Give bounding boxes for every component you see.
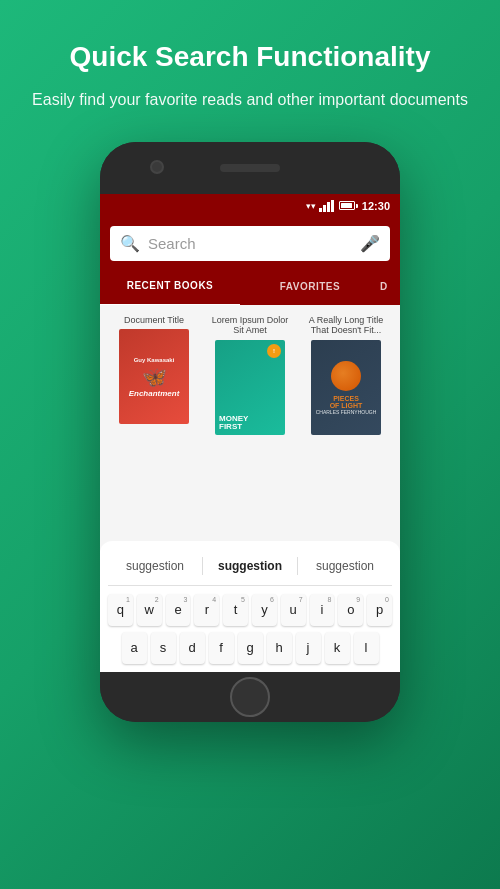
suggestion-3[interactable]: suggestion xyxy=(298,559,392,573)
key-g[interactable]: g xyxy=(238,632,263,664)
key-r[interactable]: 4r xyxy=(194,594,219,626)
battery-fill xyxy=(341,203,352,208)
money-title: MONEYFIRST xyxy=(219,415,248,431)
key-t[interactable]: 5t xyxy=(223,594,248,626)
signal-bar-4 xyxy=(331,200,334,212)
suggestions-row: suggestion suggestion suggestion xyxy=(108,553,392,586)
key-f[interactable]: f xyxy=(209,632,234,664)
tab-favorites[interactable]: FAVORITES xyxy=(240,269,380,305)
key-s[interactable]: s xyxy=(151,632,176,664)
status-icons: ▾▾ 12:30 xyxy=(306,200,390,212)
search-bar-container: 🔍 Search 🎤 xyxy=(100,218,400,269)
battery-icon xyxy=(339,201,355,210)
signal-bar-3 xyxy=(327,202,330,212)
book-author-1: Guy Kawasaki xyxy=(132,355,177,365)
search-input[interactable]: Search xyxy=(148,235,352,252)
key-h[interactable]: h xyxy=(267,632,292,664)
home-button[interactable] xyxy=(230,677,270,717)
book-title-1: Document Title xyxy=(124,315,184,326)
pieces-orb xyxy=(331,361,361,391)
book-cover-1: Guy Kawasaki 🦋 Enchantment xyxy=(119,329,189,424)
header-title: Quick Search Functionality xyxy=(30,40,470,74)
status-time: 12:30 xyxy=(362,200,390,212)
status-bar: ▾▾ 12:30 xyxy=(100,194,400,218)
book-title-3: A Really Long Title That Doesn't Fit... xyxy=(302,315,390,337)
key-i[interactable]: 8i xyxy=(310,594,335,626)
book-item-1[interactable]: Document Title Guy Kawasaki 🦋 Enchantmen… xyxy=(110,315,198,531)
phone-speaker xyxy=(220,164,280,172)
signal-bars xyxy=(319,200,334,212)
book-cover-2: ! MONEYFIRST xyxy=(215,340,285,435)
search-bar[interactable]: 🔍 Search 🎤 xyxy=(110,226,390,261)
key-u[interactable]: 7u xyxy=(281,594,306,626)
phone-top-bezel xyxy=(100,142,400,194)
microphone-icon[interactable]: 🎤 xyxy=(360,234,380,253)
header-subtitle: Easily find your favorite reads and othe… xyxy=(30,88,470,112)
key-j[interactable]: j xyxy=(296,632,321,664)
key-w[interactable]: 2w xyxy=(137,594,162,626)
key-d[interactable]: d xyxy=(180,632,205,664)
phone-camera xyxy=(150,160,164,174)
book-name-enchant: Enchantment xyxy=(129,389,180,398)
book-cover-enchant: Guy Kawasaki 🦋 Enchantment xyxy=(119,329,189,424)
phone-bottom-bezel xyxy=(100,672,400,722)
tab-partial[interactable]: D xyxy=(380,269,400,305)
key-e[interactable]: 3e xyxy=(166,594,191,626)
book-title-2: Lorem Ipsum Dolor Sit Amet xyxy=(206,315,294,337)
tabs-bar: RECENT BOOKS FAVORITES D xyxy=(100,269,400,305)
keyboard-row-1: 1q 2w 3e 4r 5t 6y 7u 8i 9o 0p xyxy=(108,594,392,626)
suggestion-1[interactable]: suggestion xyxy=(108,559,202,573)
key-o[interactable]: 9o xyxy=(338,594,363,626)
key-l[interactable]: l xyxy=(354,632,379,664)
wifi-icon: ▾▾ xyxy=(306,201,316,211)
phone-mockup: ▾▾ 12:30 🔍 Search 🎤 xyxy=(100,142,400,722)
key-k[interactable]: k xyxy=(325,632,350,664)
phone-screen: ▾▾ 12:30 🔍 Search 🎤 xyxy=(100,194,400,672)
signal-bar-1 xyxy=(319,208,322,212)
book-item-2[interactable]: Lorem Ipsum Dolor Sit Amet ! MONEYFIRST xyxy=(206,315,294,531)
keyboard: 1q 2w 3e 4r 5t 6y 7u 8i 9o 0p a s d f xyxy=(108,594,392,664)
key-a[interactable]: a xyxy=(122,632,147,664)
book-cover-pieces: PIECESOF LIGHT CHARLES FERNYHOUGH xyxy=(311,340,381,435)
key-q[interactable]: 1q xyxy=(108,594,133,626)
books-grid: Document Title Guy Kawasaki 🦋 Enchantmen… xyxy=(100,305,400,541)
book-cover-3: PIECESOF LIGHT CHARLES FERNYHOUGH xyxy=(311,340,381,435)
signal-bar-2 xyxy=(323,205,326,212)
key-p[interactable]: 0p xyxy=(367,594,392,626)
butterfly-icon: 🦋 xyxy=(142,365,167,389)
header-section: Quick Search Functionality Easily find y… xyxy=(0,0,500,132)
pieces-subtitle: CHARLES FERNYHOUGH xyxy=(316,409,377,415)
suggestion-2[interactable]: suggestion xyxy=(203,559,297,573)
book-item-3[interactable]: A Really Long Title That Doesn't Fit... … xyxy=(302,315,390,531)
book-cover-money: ! MONEYFIRST xyxy=(215,340,285,435)
pieces-title: PIECESOF LIGHT xyxy=(330,395,363,409)
bottom-sheet: suggestion suggestion suggestion 1q 2w 3… xyxy=(100,541,400,672)
keyboard-row-2: a s d f g h j k l xyxy=(108,632,392,664)
badge-text: ! xyxy=(273,348,275,354)
money-badge: ! xyxy=(267,344,281,358)
key-y[interactable]: 6y xyxy=(252,594,277,626)
tab-recent-books[interactable]: RECENT BOOKS xyxy=(100,268,240,306)
search-icon: 🔍 xyxy=(120,234,140,253)
